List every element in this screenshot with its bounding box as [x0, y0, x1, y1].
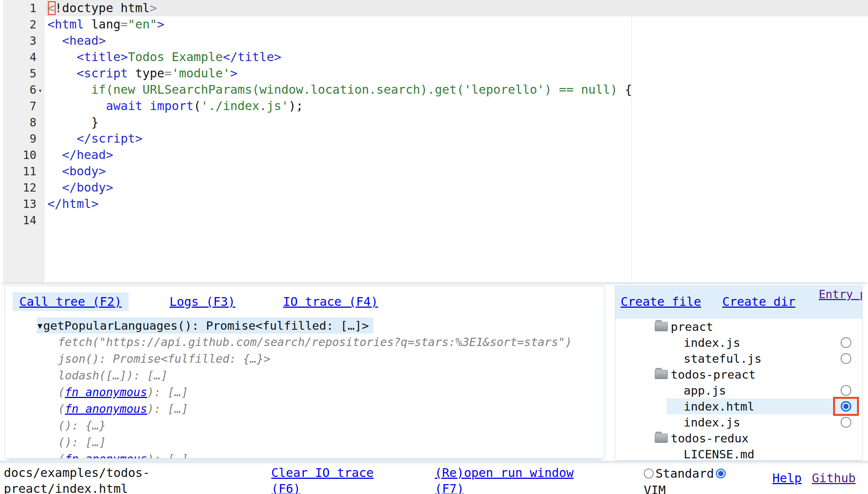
file-name-label: index.html: [684, 400, 755, 413]
standard-mode-label: Standard: [656, 466, 714, 481]
calltree-fn-anonymous-link[interactable]: fn anonymous: [65, 402, 147, 415]
entry-point-focus-ring: [833, 397, 859, 416]
entry-point-radio[interactable]: [841, 337, 851, 348]
file-tree-dir-row[interactable]: todos-preact: [615, 367, 862, 382]
code-text: <html lang="en">: [44, 16, 164, 33]
status-bar: docs/examples/todos-preact/index.html Cl…: [0, 461, 868, 494]
standard-mode-radio[interactable]: [644, 469, 654, 478]
code-line: 3 <head>: [3, 33, 868, 49]
code-text: <!doctype html>: [44, 0, 157, 16]
code-line: 10 </head>: [3, 147, 868, 163]
line-number: 12: [3, 179, 36, 196]
entry-point-column-header[interactable]: Entry point: [819, 287, 859, 302]
file-name-label: stateful.js: [684, 352, 761, 365]
fold-gutter: [36, 33, 44, 49]
file-tree-dir-row[interactable]: preact: [615, 319, 862, 335]
expander-triangle-icon[interactable]: ▼: [38, 321, 42, 330]
github-link[interactable]: Github: [812, 470, 856, 486]
calltree-row[interactable]: lodash([…]): […]: [5, 367, 604, 384]
fold-gutter: [36, 65, 44, 82]
calltree-row[interactable]: ▼getPopularLanguages(): Promise<fulfille…: [5, 317, 604, 334]
code-lines: 1<!doctype html>2<html lang="en">3 <head…: [3, 0, 868, 228]
fold-gutter: [36, 179, 44, 196]
code-text: <head>: [44, 33, 106, 49]
tab-logs-f3[interactable]: Logs (F3): [163, 292, 242, 311]
fold-marker-icon[interactable]: ▾: [36, 82, 44, 98]
entry-point-radio[interactable]: [841, 417, 851, 428]
code-line: 13</html>: [3, 196, 868, 212]
file-name-label: app.js: [684, 384, 726, 397]
line-number: 10: [3, 147, 36, 163]
code-line: 1<!doctype html>: [3, 0, 868, 16]
fold-gutter: [36, 49, 44, 65]
fold-gutter: [36, 131, 44, 147]
calltree-fn-anonymous-link[interactable]: fn anonymous: [65, 452, 147, 459]
code-text: </html>: [44, 196, 99, 212]
file-name-label: index.js: [684, 415, 740, 429]
calltree-row[interactable]: (fn anonymous): […]: [5, 451, 604, 459]
fold-gutter: [36, 196, 44, 212]
calltree-panel: Call tree (F2)Logs (F3)IO trace (F4) ▼ge…: [5, 286, 605, 459]
tab-call-tree-f2[interactable]: Call tree (F2): [13, 292, 129, 311]
file-tree-file-row[interactable]: LICENSE.md: [615, 446, 862, 461]
code-text: </script>: [44, 131, 142, 147]
clear-io-trace-link[interactable]: Clear IO trace (F6): [271, 465, 385, 494]
code-line: 11 <body>: [3, 163, 868, 179]
code-text: await import('./index.js');: [44, 98, 303, 114]
panel-tabs: Call tree (F2)Logs (F3)IO trace (F4): [5, 286, 604, 311]
code-text: </head>: [44, 147, 113, 163]
line-number: 11: [3, 163, 36, 179]
line-number: 2: [3, 16, 36, 33]
file-tree-file-row[interactable]: stateful.js: [615, 351, 862, 367]
file-name-label: preact: [671, 320, 713, 334]
entry-point-radio[interactable]: [841, 353, 851, 364]
tab-io-trace-f4[interactable]: IO trace (F4): [276, 292, 385, 311]
help-link[interactable]: Help: [772, 470, 802, 486]
file-panel-header: Create file Create dir Entry point: [615, 286, 862, 319]
code-line: 2<html lang="en">: [3, 16, 868, 33]
file-tree-file-row[interactable]: index.js: [615, 414, 862, 430]
file-name-label: todos-preact: [671, 368, 756, 381]
fold-gutter: [36, 212, 44, 228]
code-text: <script type='module'>: [44, 65, 237, 82]
calltree-rows: ▼getPopularLanguages(): Promise<fulfille…: [5, 317, 604, 459]
vim-mode-radio[interactable]: [716, 469, 726, 478]
file-name-label: index.js: [684, 336, 740, 349]
calltree-row[interactable]: fetch("https://api.github.com/search/rep…: [5, 334, 604, 351]
code-text: [44, 212, 47, 228]
entry-point-radio[interactable]: [841, 385, 851, 396]
line-number: 4: [3, 49, 36, 65]
vim-mode-label: VIM: [644, 482, 666, 494]
file-tree-file-row[interactable]: app.js: [615, 382, 862, 398]
code-text: <body>: [44, 163, 106, 179]
create-file-link[interactable]: Create file: [621, 294, 701, 309]
code-text: </body>: [44, 179, 113, 196]
line-number: 5: [3, 65, 36, 82]
line-number: 6: [3, 82, 36, 98]
calltree-row[interactable]: (fn anonymous): […]: [5, 384, 604, 401]
calltree-fn-anonymous-link[interactable]: fn anonymous: [65, 385, 147, 399]
calltree-row[interactable]: (): {…}: [5, 417, 604, 434]
file-tree-dir-row[interactable]: todos-redux: [615, 430, 862, 446]
fold-gutter: [36, 16, 44, 33]
code-line: 12 </body>: [3, 179, 868, 196]
create-dir-link[interactable]: Create dir: [722, 294, 796, 309]
code-text: }: [44, 114, 99, 131]
folder-icon: [655, 370, 668, 379]
calltree-row[interactable]: json(): Promise<fulfilled: {…}>: [5, 351, 604, 367]
code-line: 14: [3, 212, 868, 228]
line-number: 3: [3, 33, 36, 49]
file-tree-file-row[interactable]: index.html: [615, 398, 862, 414]
file-name-label: todos-redux: [671, 431, 748, 445]
keyboard-mode-switch: Standard VIM: [644, 466, 739, 494]
calltree-row[interactable]: (fn anonymous): […]: [5, 401, 604, 417]
file-tree-file-row[interactable]: index.js: [615, 335, 862, 351]
reopen-run-window-link[interactable]: (Re)open run window (F7): [435, 465, 583, 494]
file-name-label: LICENSE.md: [684, 447, 755, 461]
code-editor[interactable]: 1<!doctype html>2<html lang="en">3 <head…: [0, 0, 868, 283]
code-line: 5 <script type='module'>: [3, 65, 868, 82]
vim-block-cursor: [48, 1, 56, 15]
code-line: 6▾ if(new URLSearchParams(window.locatio…: [3, 82, 868, 98]
file-tree-panel: Create file Create dir Entry point preac…: [615, 286, 862, 461]
calltree-row[interactable]: (): […]: [5, 434, 604, 451]
